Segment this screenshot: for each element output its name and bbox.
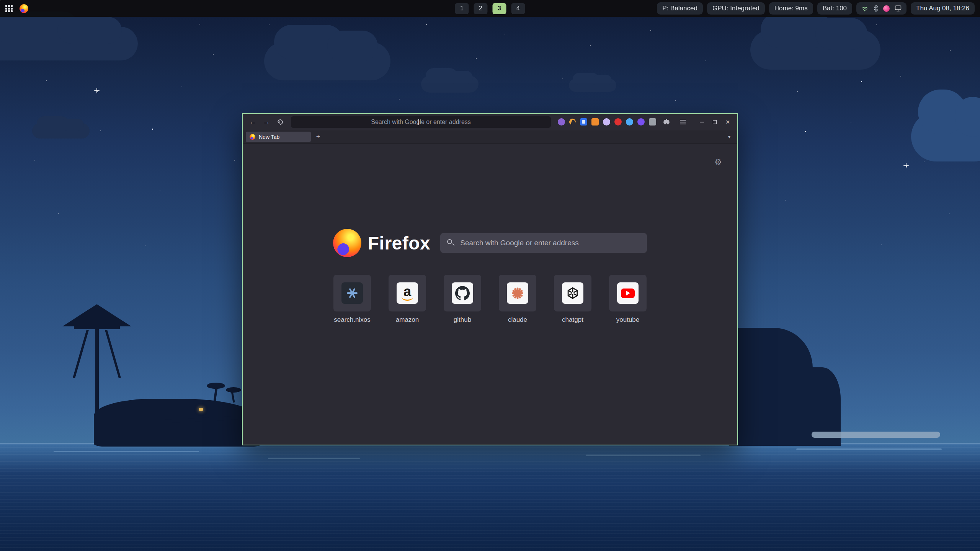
cloud xyxy=(0,27,138,60)
extension-icon-7[interactable] xyxy=(626,118,633,126)
extension-icon-9[interactable] xyxy=(649,118,656,126)
watchtower-silhouette xyxy=(62,304,131,326)
minimize-button[interactable] xyxy=(696,117,707,127)
text-caret xyxy=(418,119,419,125)
extension-icon-2[interactable] xyxy=(568,118,577,126)
shortcut-label: github xyxy=(444,316,481,324)
amazon-icon: a xyxy=(397,282,418,304)
firefox-logo xyxy=(333,229,361,257)
system-tray xyxy=(856,2,906,15)
puzzle-icon xyxy=(663,118,670,126)
shortcut-search-nixos[interactable]: search.nixos xyxy=(333,275,371,324)
close-icon: × xyxy=(725,118,730,126)
shortcut-label: claude xyxy=(499,316,536,324)
search-input[interactable] xyxy=(440,233,647,253)
cloud xyxy=(32,123,90,139)
firefox-favicon xyxy=(250,134,255,140)
status-bar: 1 2 3 4 P: Balanced GPU: Integrated Home… xyxy=(0,0,980,17)
shortcut-github[interactable]: github xyxy=(444,275,481,324)
forward-button[interactable]: → xyxy=(260,116,273,128)
shortcut-claude[interactable]: claude xyxy=(499,275,536,324)
claude-icon xyxy=(507,282,528,304)
shortcut-card xyxy=(333,275,371,311)
shortcut-card: a xyxy=(389,275,426,311)
star-sparkle xyxy=(903,165,909,166)
extension-icon-8[interactable] xyxy=(637,118,645,126)
back-button[interactable]: ← xyxy=(247,116,259,128)
star-sparkle xyxy=(94,90,100,91)
cloud xyxy=(750,30,880,70)
bluetooth-icon[interactable] xyxy=(873,5,879,12)
shortcut-label: youtube xyxy=(609,316,647,324)
clock-module[interactable]: Thu Aug 08, 18:26 xyxy=(911,2,975,15)
extension-icon-1[interactable] xyxy=(558,118,565,126)
extension-icon-4[interactable] xyxy=(591,118,599,126)
tab-bar: New Tab + ▾ xyxy=(243,130,737,144)
latency-module: Home: 9ms xyxy=(769,2,813,15)
island-silhouette-left xyxy=(94,399,262,447)
palm-silhouette xyxy=(226,387,241,393)
cloud xyxy=(569,79,616,92)
navigation-toolbar: ← → × xyxy=(243,114,737,130)
chatgpt-icon xyxy=(562,282,583,304)
tab-title: New Tab xyxy=(259,134,279,140)
refresh-icon xyxy=(276,118,284,126)
nixos-icon xyxy=(341,282,363,304)
gear-icon: ⚙ xyxy=(714,157,722,167)
hut-light xyxy=(199,408,203,411)
firefox-wordmark: Firefox xyxy=(368,233,431,254)
url-input[interactable] xyxy=(291,116,551,128)
search-bar[interactable] xyxy=(440,233,647,253)
tab-new-tab[interactable]: New Tab xyxy=(246,132,311,142)
shortcut-label: amazon xyxy=(389,316,426,324)
shortcut-card xyxy=(609,275,647,311)
extension-icon-6[interactable] xyxy=(614,118,622,126)
close-button[interactable]: × xyxy=(722,117,733,127)
firefox-launcher-icon[interactable] xyxy=(20,4,28,13)
play-icon xyxy=(626,291,630,295)
power-profile-module[interactable]: P: Balanced xyxy=(657,2,703,15)
personalize-button[interactable]: ⚙ xyxy=(712,156,724,168)
tab-list-button[interactable]: ▾ xyxy=(724,132,734,142)
extensions-button[interactable] xyxy=(660,116,673,128)
extension-icon-3[interactable] xyxy=(580,118,587,126)
shortcut-amazon[interactable]: a amazon xyxy=(389,275,426,324)
extension-icon-5[interactable] xyxy=(603,118,610,126)
workspace-switcher: 1 2 3 4 xyxy=(455,3,525,14)
wifi-icon[interactable] xyxy=(861,5,869,12)
window-controls: × xyxy=(696,117,733,127)
newtab-hero: Firefox xyxy=(243,229,737,257)
shortcut-grid: search.nixos a amazon xyxy=(243,275,737,324)
workspace-button-1[interactable]: 1 xyxy=(455,3,469,14)
workspace-button-4[interactable]: 4 xyxy=(511,3,525,14)
youtube-icon xyxy=(617,282,639,304)
wave-streak xyxy=(796,448,942,450)
wave-streak xyxy=(586,455,701,456)
url-bar[interactable] xyxy=(291,116,551,128)
apps-grid-icon[interactable] xyxy=(5,5,13,12)
shortcut-label: search.nixos xyxy=(333,316,371,324)
shortcut-chatgpt[interactable]: chatgpt xyxy=(554,275,591,324)
status-bar-right: P: Balanced GPU: Integrated Home: 9ms Ba… xyxy=(657,2,975,15)
display-icon[interactable] xyxy=(894,5,902,12)
menu-button[interactable] xyxy=(677,116,689,128)
github-icon xyxy=(452,282,473,304)
wave-streak xyxy=(54,451,199,452)
cloud xyxy=(264,42,390,80)
workspace-button-2[interactable]: 2 xyxy=(474,3,488,14)
color-indicator-icon[interactable] xyxy=(883,5,890,12)
new-tab-page: ⚙ Firefox search.nixos xyxy=(243,144,737,445)
firefox-logo-lockup: Firefox xyxy=(333,229,431,257)
cloud xyxy=(421,76,479,93)
extensions-row xyxy=(555,116,691,128)
firefox-window: ← → × xyxy=(242,113,738,445)
new-tab-button[interactable]: + xyxy=(313,132,323,142)
beach-strip xyxy=(812,432,940,438)
maximize-icon xyxy=(713,120,717,124)
shortcut-youtube[interactable]: youtube xyxy=(609,275,647,324)
workspace-button-3[interactable]: 3 xyxy=(493,3,506,14)
maximize-button[interactable] xyxy=(709,117,720,127)
status-bar-left xyxy=(5,4,28,13)
refresh-button[interactable] xyxy=(274,116,286,128)
shortcut-label: chatgpt xyxy=(554,316,591,324)
